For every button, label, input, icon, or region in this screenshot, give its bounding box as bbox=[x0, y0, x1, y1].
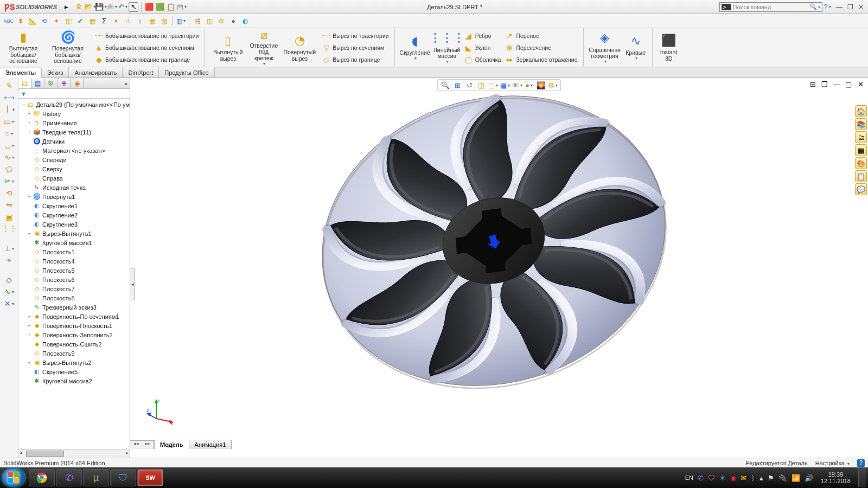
tree-node[interactable]: ≡Материал <не указан> bbox=[18, 146, 130, 155]
lt-circle-icon[interactable]: ○▾ bbox=[3, 128, 16, 139]
lt-rect-icon[interactable]: ▭▾ bbox=[3, 116, 16, 127]
tree-node[interactable]: ◐Скругление3 bbox=[18, 220, 130, 229]
move-button[interactable]: ↗Перенос bbox=[503, 30, 579, 41]
shell-button[interactable]: ▢Оболочка bbox=[462, 54, 503, 65]
show-desktop-button[interactable] bbox=[858, 468, 866, 487]
tree-node[interactable]: +📁History bbox=[18, 109, 130, 118]
task-chrome-icon[interactable] bbox=[29, 469, 55, 486]
tool2-icon[interactable]: 📐 bbox=[27, 16, 38, 27]
tree-filter[interactable]: ▼ bbox=[18, 89, 130, 99]
minimize-button[interactable]: — bbox=[834, 3, 844, 11]
tree-node[interactable]: ↳Исходная точка bbox=[18, 183, 130, 192]
fm-dimxpert-tab-icon[interactable]: ✚ bbox=[58, 78, 71, 88]
tp-resources-icon[interactable]: 🏠 bbox=[855, 105, 867, 117]
print-icon[interactable]: 🖶▾ bbox=[107, 2, 117, 12]
tray-lang[interactable]: EN bbox=[685, 474, 693, 481]
tree-hscroll[interactable]: ◂▸ bbox=[18, 449, 130, 458]
motion-prev-icon[interactable]: ◂◂ bbox=[130, 441, 142, 449]
tree-node[interactable]: +▣Вырез-Вытянуть1 bbox=[18, 229, 130, 238]
fm-property-tab-icon[interactable]: ▤ bbox=[31, 78, 44, 88]
menu-chevron-icon[interactable]: ▸ bbox=[61, 2, 71, 12]
tp-custom-props-icon[interactable]: 📋 bbox=[855, 170, 867, 182]
abc-icon[interactable]: ABC bbox=[3, 16, 14, 27]
tree-node[interactable]: ◆Поверхность-Сшить2 bbox=[18, 339, 130, 349]
draft-button[interactable]: ◣Уклон bbox=[462, 42, 503, 53]
tree-node[interactable]: ◇Справа bbox=[18, 174, 130, 183]
tray-mail-icon[interactable]: ✉ bbox=[741, 474, 746, 482]
ref-geometry-button[interactable]: ◈Справочная геометрия▾ bbox=[587, 29, 623, 66]
extrude-boss-button[interactable]: ▮Вытянутая бобышка/основание bbox=[3, 29, 43, 66]
task-shield-icon[interactable]: 🛡 bbox=[110, 469, 136, 486]
tp-forum-icon[interactable]: 💬 bbox=[855, 183, 867, 195]
rib-button[interactable]: ◢Ребро bbox=[462, 30, 503, 41]
tray-action-icon[interactable]: ⚑ bbox=[768, 474, 774, 482]
tool3-icon[interactable]: ⟲ bbox=[39, 16, 50, 27]
extrude-cut-button[interactable]: ▯Вытянутый вырез bbox=[208, 29, 248, 66]
tree-node[interactable]: ◇Плоскость1 bbox=[18, 247, 130, 256]
motion-tab-анимация1[interactable]: Анимация1 bbox=[189, 440, 232, 449]
intersect-button[interactable]: ⊗Пересечение bbox=[503, 42, 579, 53]
lt-plane-icon[interactable]: ◇ bbox=[3, 274, 16, 285]
tool13-icon[interactable]: ▥▾ bbox=[175, 16, 186, 27]
tray-chevron-up-icon[interactable]: ▴ bbox=[760, 474, 763, 482]
tool5-icon[interactable]: ◫ bbox=[63, 16, 74, 27]
motion-tab-модель[interactable]: Модель bbox=[154, 440, 189, 449]
fm-display-tab-icon[interactable]: ◉ bbox=[71, 78, 84, 88]
fillet-button[interactable]: ◖Скругление▾ bbox=[398, 29, 432, 66]
status-help-icon[interactable]: ? bbox=[857, 459, 865, 467]
lt-curve-icon[interactable]: ∿▾ bbox=[3, 286, 16, 297]
lt-arc-icon[interactable]: ◡▾ bbox=[3, 140, 16, 151]
scrollbar-thumb[interactable] bbox=[26, 451, 64, 457]
revolve-boss-button[interactable]: 🌀Повернутая бобышка/основание bbox=[43, 29, 92, 66]
command-tab-dimxpert[interactable]: DimXpert bbox=[123, 67, 159, 78]
tree-node[interactable]: ✎Трехмерный эскиз3 bbox=[18, 303, 130, 312]
orientation-triad[interactable]: Y X Z bbox=[146, 398, 174, 425]
lt-line-icon[interactable]: 丨▾ bbox=[3, 104, 16, 115]
command-search[interactable]: >_ Поиск команд 🔍▾ bbox=[719, 2, 822, 12]
rebuild-all-icon[interactable]: 🟩 bbox=[155, 2, 165, 12]
doc-max-icon[interactable]: ▢ bbox=[843, 79, 854, 89]
tp-appearances-icon[interactable]: 🎨 bbox=[855, 157, 867, 169]
help-icon[interactable]: ?▾ bbox=[822, 2, 832, 12]
tree-node[interactable]: ◇Сверху bbox=[18, 164, 130, 174]
motion-next-icon[interactable]: ▸▸ bbox=[142, 441, 154, 449]
options-icon[interactable]: 📋 bbox=[166, 2, 176, 12]
task-solidworks-icon[interactable]: SW bbox=[137, 469, 163, 486]
tree-root[interactable]: −🗂Деталь29 (По умолчанию<<По ум bbox=[18, 100, 130, 109]
open-icon[interactable]: 📂▾ bbox=[85, 2, 95, 12]
feature-tree[interactable]: −🗂Деталь29 (По умолчанию<<По ум+📁History… bbox=[18, 99, 130, 449]
tree-node[interactable]: ✱Круговой массив2 bbox=[18, 376, 130, 386]
tray-shield-icon[interactable]: 🛡 bbox=[708, 474, 715, 482]
lt-pattern-icon[interactable]: ⋮⋮ bbox=[3, 223, 16, 234]
swept-boss-button[interactable]: 〰Бобышка/основание по траектории bbox=[92, 30, 201, 41]
graphics-viewport[interactable]: ◂ 🔍 ⊞ ↺ ◫ ⬚▾ ▦▾ 👁▾ ●▾ 🌄 ⚙▾ ⊞ ❐ — ▢ ✕ 🏠 📚… bbox=[130, 78, 868, 458]
command-tab-эскиз[interactable]: Эскиз bbox=[42, 67, 69, 78]
tool6-icon[interactable]: ✔ bbox=[75, 16, 86, 27]
tool15-icon[interactable]: ◫ bbox=[204, 16, 215, 27]
tool7-icon[interactable]: ▦ bbox=[87, 16, 98, 27]
sigma-icon[interactable]: Σ bbox=[99, 16, 110, 27]
linear-pattern-button[interactable]: ⋮⋮⋮Линейный массив▾ bbox=[432, 29, 462, 66]
panel-splitter-handle[interactable]: ◂ bbox=[130, 268, 135, 300]
instant3d-button[interactable]: ⬛Instant 3D bbox=[656, 29, 682, 66]
tree-node[interactable]: ◇Плоскость9 bbox=[18, 349, 130, 358]
task-viber-icon[interactable]: ✆ bbox=[56, 469, 82, 486]
tool4-icon[interactable]: ✦ bbox=[51, 16, 62, 27]
tree-node[interactable]: ◐Скругление1 bbox=[18, 201, 130, 210]
settings-dropdown-icon[interactable]: ▤▾ bbox=[177, 2, 187, 12]
lt-mirror-icon[interactable]: ⇋ bbox=[3, 200, 16, 210]
fm-tree-tab-icon[interactable]: 🗂 bbox=[18, 78, 31, 88]
tree-node[interactable]: ◇Плоскость4 bbox=[18, 256, 130, 266]
command-tab-анализировать[interactable]: Анализировать bbox=[69, 67, 123, 78]
tool8-icon[interactable]: ✴ bbox=[111, 16, 122, 27]
tool14-icon[interactable]: ⇶ bbox=[192, 16, 203, 27]
tree-node[interactable]: ✱Круговой массив1 bbox=[18, 238, 130, 247]
lt-sketch-icon[interactable]: ✎ bbox=[3, 80, 16, 91]
hole-wizard-button[interactable]: ⌀Отверстие под крепеж▾ bbox=[248, 29, 279, 66]
lt-convert-icon[interactable]: ▣ bbox=[3, 211, 16, 222]
tree-node[interactable]: +◆Поверхность-Заполнить2 bbox=[18, 330, 130, 339]
rebuild-icon[interactable]: 🟥 bbox=[144, 2, 154, 12]
swept-cut-button[interactable]: 〰Вырез по траектории bbox=[320, 30, 391, 41]
tray-volume-icon[interactable]: 🔊 bbox=[805, 474, 813, 482]
tree-node[interactable]: +📦Твердые тела(11) bbox=[18, 127, 130, 137]
